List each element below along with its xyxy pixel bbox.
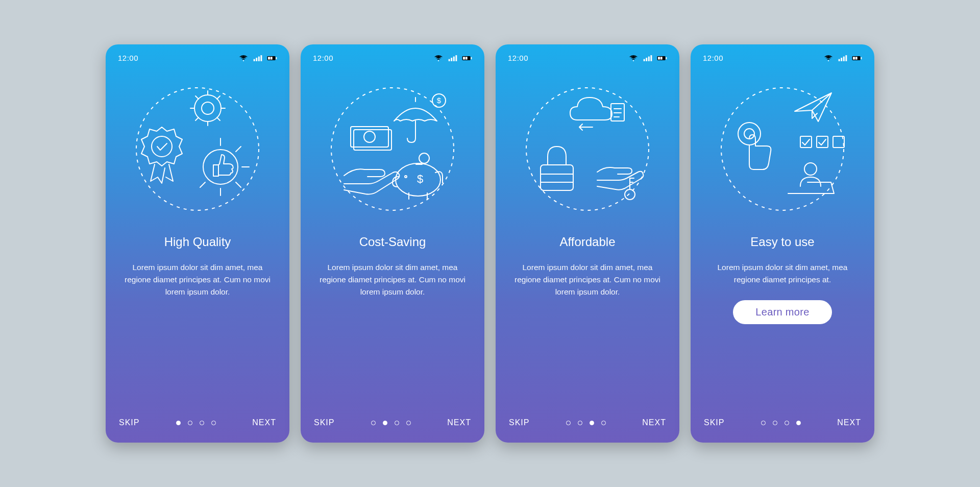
page-indicator — [761, 421, 801, 425]
status-icons — [823, 55, 862, 62]
skip-button[interactable]: SKIP — [119, 418, 139, 427]
dot-4[interactable] — [406, 421, 411, 425]
svg-rect-6 — [276, 57, 277, 59]
svg-rect-71 — [843, 56, 845, 61]
signal-icon — [838, 55, 848, 62]
screen-title: High Quality — [121, 235, 274, 249]
svg-point-56 — [526, 88, 649, 210]
svg-rect-30 — [451, 58, 452, 61]
nav-bar: SKIP NEXT — [508, 418, 667, 429]
onboarding-screens: 12:00 — [106, 44, 874, 443]
status-icons — [433, 55, 472, 62]
status-time: 12:00 — [118, 54, 138, 62]
svg-point-68 — [828, 60, 829, 61]
svg-rect-2 — [256, 58, 257, 61]
screen-affordable: 12:00 — [496, 44, 679, 443]
nav-bar: SKIP NEXT — [703, 418, 862, 429]
svg-rect-1 — [254, 59, 255, 61]
svg-line-17 — [195, 96, 199, 99]
dot-2[interactable] — [578, 421, 582, 425]
svg-point-83 — [804, 163, 817, 175]
svg-rect-80 — [800, 136, 812, 148]
learn-more-button[interactable]: Learn more — [733, 300, 831, 324]
svg-point-9 — [136, 88, 259, 210]
dot-3[interactable] — [590, 421, 594, 425]
battery-icon — [657, 55, 667, 62]
next-button[interactable]: NEXT — [837, 418, 861, 427]
svg-point-46 — [419, 153, 429, 163]
dot-4[interactable] — [601, 421, 606, 425]
svg-rect-35 — [463, 57, 465, 59]
dot-1[interactable] — [761, 421, 766, 425]
svg-rect-8 — [271, 57, 273, 59]
status-icons — [238, 55, 277, 62]
screen-description: Lorem ipsum dolor sit dim amet, mea regi… — [706, 261, 859, 286]
svg-rect-3 — [258, 56, 260, 61]
screen-description: Lorem ipsum dolor sit dim amet, mea regi… — [316, 261, 469, 298]
status-bar: 12:00 — [703, 54, 862, 62]
dot-3[interactable] — [200, 421, 204, 425]
illustration-cost-saving: $ $ — [313, 62, 472, 226]
dot-1[interactable] — [566, 421, 571, 425]
nav-bar: SKIP NEXT — [118, 418, 277, 429]
wifi-icon — [823, 55, 834, 62]
wifi-icon — [628, 55, 639, 62]
illustration-affordable — [508, 62, 667, 226]
dot-3[interactable] — [785, 421, 789, 425]
svg-point-44 — [405, 176, 407, 178]
content: Affordable Lorem ipsum dolor sit dim ame… — [508, 226, 667, 418]
wifi-icon — [433, 55, 444, 62]
status-bar: 12:00 — [118, 54, 277, 62]
svg-rect-74 — [861, 57, 862, 59]
screen-description: Lorem ipsum dolor sit dim amet, mea regi… — [511, 261, 664, 298]
svg-line-27 — [200, 182, 205, 187]
dot-3[interactable] — [395, 421, 399, 425]
svg-rect-50 — [648, 56, 650, 61]
content: High Quality Lorem ipsum dolor sit dim a… — [118, 226, 277, 418]
svg-point-28 — [438, 60, 439, 61]
svg-rect-61 — [541, 165, 573, 190]
page-indicator — [371, 421, 411, 425]
svg-rect-54 — [658, 57, 660, 59]
svg-point-64 — [625, 189, 635, 200]
dot-4[interactable] — [796, 421, 801, 425]
next-button[interactable]: NEXT — [447, 418, 471, 427]
svg-rect-55 — [660, 57, 663, 59]
svg-line-16 — [217, 96, 220, 99]
svg-line-19 — [195, 117, 199, 120]
svg-point-0 — [243, 60, 244, 61]
svg-rect-75 — [853, 57, 855, 59]
svg-line-18 — [217, 117, 220, 120]
dot-1[interactable] — [176, 421, 181, 425]
screen-title: Easy to use — [706, 235, 859, 249]
dot-2[interactable] — [773, 421, 777, 425]
svg-rect-69 — [839, 59, 840, 61]
dot-4[interactable] — [211, 421, 216, 425]
wifi-icon — [238, 55, 249, 62]
svg-rect-51 — [650, 55, 652, 61]
next-button[interactable]: NEXT — [642, 418, 666, 427]
status-bar: 12:00 — [508, 54, 667, 62]
svg-rect-76 — [855, 57, 857, 59]
dot-2[interactable] — [188, 421, 192, 425]
signal-icon — [643, 55, 653, 62]
svg-rect-48 — [644, 59, 645, 61]
dot-2[interactable] — [383, 421, 387, 425]
dot-1[interactable] — [371, 421, 376, 425]
page-indicator — [176, 421, 216, 425]
skip-button[interactable]: SKIP — [314, 418, 334, 427]
content: Cost-Saving Lorem ipsum dolor sit dim am… — [313, 226, 472, 418]
screen-cost-saving: 12:00 $ — [301, 44, 484, 443]
svg-rect-29 — [449, 59, 450, 61]
svg-point-47 — [633, 60, 634, 61]
svg-text:$: $ — [417, 173, 423, 185]
skip-button[interactable]: SKIP — [704, 418, 724, 427]
svg-text:$: $ — [437, 96, 442, 105]
svg-rect-7 — [268, 57, 270, 59]
skip-button[interactable]: SKIP — [509, 418, 529, 427]
svg-point-11 — [202, 102, 214, 114]
status-time: 12:00 — [703, 54, 723, 62]
page-indicator — [566, 421, 606, 425]
next-button[interactable]: NEXT — [252, 418, 276, 427]
battery-icon — [462, 55, 472, 62]
